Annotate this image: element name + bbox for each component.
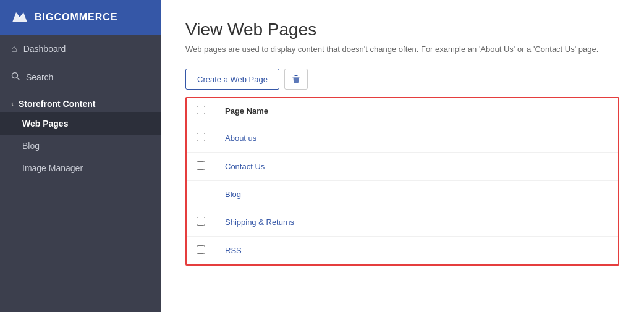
- web-pages-table: Page Name About usContact UsBlogShipping…: [187, 98, 618, 264]
- main-content: View Web Pages Web pages are used to dis…: [161, 0, 644, 312]
- sidebar: BIGCOMMERCE ⌂ Dashboard Search ‹ Storefr…: [0, 0, 161, 312]
- row-checkbox-cell: [187, 124, 215, 153]
- sidebar-item-blog[interactable]: Blog: [0, 135, 161, 157]
- row-checkbox-cell: [187, 237, 215, 265]
- trash-icon: [291, 74, 301, 84]
- page-name-link-about-us[interactable]: About us: [225, 133, 256, 143]
- row-page-name-cell: RSS: [215, 237, 618, 265]
- sidebar-section-storefront[interactable]: ‹ Storefront Content: [0, 91, 161, 112]
- sidebar-item-web-pages[interactable]: Web Pages: [0, 112, 161, 135]
- dashboard-icon: ⌂: [11, 43, 17, 54]
- sidebar-item-image-manager[interactable]: Image Manager: [0, 157, 161, 179]
- row-checkbox-cell: [187, 208, 215, 237]
- table-row: Blog: [187, 181, 618, 208]
- row-checkbox-contact-us[interactable]: [197, 161, 205, 170]
- row-checkbox-cell: [187, 153, 215, 181]
- row-checkbox-shipping-returns[interactable]: [197, 217, 205, 226]
- delete-button[interactable]: [284, 69, 308, 90]
- select-all-checkbox[interactable]: [197, 106, 205, 114]
- row-checkbox-cell: [187, 181, 215, 208]
- logo-text: BIGCOMMERCE: [35, 12, 118, 23]
- page-name-link-shipping-returns[interactable]: Shipping & Returns: [225, 217, 294, 227]
- svg-line-3: [17, 78, 20, 80]
- create-web-page-button[interactable]: Create a Web Page: [185, 69, 279, 90]
- page-title: View Web Pages: [185, 20, 619, 40]
- bigcommerce-logo-icon: [10, 7, 30, 27]
- column-header-page-name: Page Name: [215, 98, 618, 124]
- row-page-name-cell: Contact Us: [215, 153, 618, 181]
- row-page-name-cell: Shipping & Returns: [215, 208, 618, 237]
- page-name-blog: Blog: [225, 190, 241, 199]
- svg-rect-5: [294, 75, 297, 77]
- web-pages-table-wrapper: Page Name About usContact UsBlogShipping…: [185, 97, 619, 266]
- page-description: Web pages are used to display content th…: [185, 44, 619, 54]
- sidebar-item-label: Dashboard: [23, 44, 66, 54]
- table-row: Shipping & Returns: [187, 208, 618, 237]
- row-checkbox-rss[interactable]: [197, 245, 205, 254]
- sidebar-subitems: Web Pages Blog Image Manager: [0, 112, 161, 179]
- sidebar-navigation: ⌂ Dashboard Search: [0, 35, 161, 91]
- search-icon: [11, 72, 20, 83]
- chevron-left-icon: ‹: [11, 99, 14, 108]
- table-row: Contact Us: [187, 153, 618, 181]
- svg-rect-4: [292, 77, 300, 77]
- page-name-link-rss[interactable]: RSS: [225, 246, 242, 255]
- sidebar-section-label: Storefront Content: [19, 99, 95, 109]
- table-row: RSS: [187, 237, 618, 265]
- sidebar-item-dashboard[interactable]: ⌂ Dashboard: [0, 35, 161, 63]
- header-checkbox-cell: [187, 98, 215, 124]
- row-page-name-cell: About us: [215, 124, 618, 153]
- page-name-link-contact-us[interactable]: Contact Us: [225, 162, 265, 171]
- row-checkbox-about-us[interactable]: [197, 133, 205, 141]
- toolbar: Create a Web Page: [185, 69, 619, 90]
- table-row: About us: [187, 124, 618, 153]
- row-page-name-cell: Blog: [215, 181, 618, 208]
- sidebar-item-search[interactable]: Search: [0, 63, 161, 91]
- logo-area: BIGCOMMERCE: [0, 0, 161, 35]
- sidebar-item-label: Search: [26, 72, 53, 82]
